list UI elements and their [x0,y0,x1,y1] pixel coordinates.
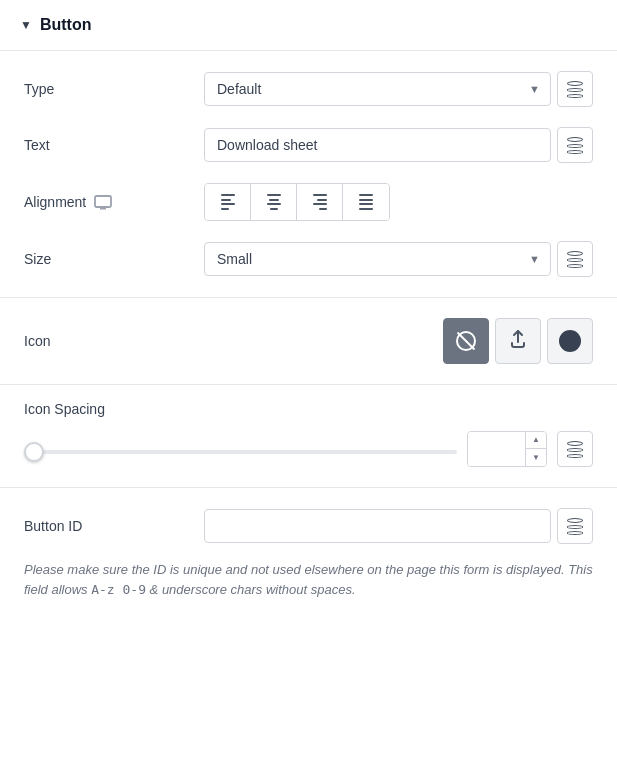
type-select-arrow: ▼ [519,75,550,103]
size-row: Size Small Medium Large ▼ [24,241,593,277]
icon-spacing-slider[interactable] [24,450,457,454]
icon-label: Icon [24,333,204,349]
icon-circle-button[interactable] [547,318,593,364]
type-label: Type [24,81,204,97]
button-id-row: Button ID [24,508,593,544]
panel: ▼ Button Type Default Primary Secondary … [0,0,617,619]
align-right-icon [313,194,327,210]
stepper-up-button[interactable]: ▲ [526,432,546,449]
icon-spacing-db-button[interactable] [557,431,593,467]
button-id-input[interactable] [204,509,551,543]
size-db-button[interactable] [557,241,593,277]
text-input[interactable] [204,128,551,162]
text-db-button[interactable] [557,127,593,163]
text-control [204,127,593,163]
slider-wrapper [24,440,457,458]
text-label: Text [24,137,204,153]
size-control: Small Medium Large ▼ [204,241,593,277]
circle-icon [559,330,581,352]
stepper-wrapper: ▲ ▼ [467,431,547,467]
align-center-button[interactable] [251,184,297,220]
size-select-wrapper[interactable]: Small Medium Large ▼ [204,242,551,276]
button-id-help-text: Please make sure the ID is unique and no… [24,560,593,599]
size-db-icon [567,251,583,268]
alignment-label: Alignment [24,194,204,210]
icon-control [204,318,593,364]
alignment-text: Alignment [24,194,86,210]
button-id-section: Button ID Please make sure the ID is uni… [0,488,617,619]
button-id-db-icon [567,518,583,535]
type-db-button[interactable] [557,71,593,107]
panel-title: Button [40,16,92,34]
icon-spacing-section: Icon Spacing ▲ ▼ [0,385,617,488]
align-left-button[interactable] [205,184,251,220]
upload-icon [508,329,528,354]
type-select[interactable]: Default Primary Secondary [205,73,519,105]
icon-none-button[interactable] [443,318,489,364]
stepper-down-button[interactable]: ▼ [526,449,546,466]
icon-spacing-label: Icon Spacing [24,401,593,417]
icon-spacing-db-icon [567,441,583,458]
text-db-icon [567,137,583,154]
icon-section: Icon [0,298,617,385]
alignment-row: Alignment [24,183,593,221]
size-select-arrow: ▼ [519,245,550,273]
monitor-icon [94,195,112,210]
button-id-db-button[interactable] [557,508,593,544]
align-center-icon [267,194,281,210]
align-left-icon [221,194,235,210]
collapse-arrow[interactable]: ▼ [20,18,32,32]
align-justify-icon [359,194,373,210]
icon-upload-button[interactable] [495,318,541,364]
main-section: Type Default Primary Secondary ▼ [0,51,617,298]
icon-row: Icon [24,318,593,364]
no-icon [456,331,476,351]
svg-rect-1 [100,207,106,210]
icon-spacing-input[interactable] [468,432,525,466]
alignment-control [204,183,593,221]
slider-row: ▲ ▼ [24,431,593,467]
text-row: Text [24,127,593,163]
alignment-group [204,183,390,221]
stepper-buttons: ▲ ▼ [525,432,546,466]
type-select-wrapper[interactable]: Default Primary Secondary ▼ [204,72,551,106]
panel-header: ▼ Button [0,0,617,51]
align-justify-button[interactable] [343,184,389,220]
size-select[interactable]: Small Medium Large [205,243,519,275]
icon-group [443,318,593,364]
button-id-label: Button ID [24,518,204,534]
button-id-control [204,508,593,544]
type-row: Type Default Primary Secondary ▼ [24,71,593,107]
svg-rect-0 [95,196,111,207]
size-label: Size [24,251,204,267]
align-right-button[interactable] [297,184,343,220]
type-control: Default Primary Secondary ▼ [204,71,593,107]
type-db-icon [567,81,583,98]
